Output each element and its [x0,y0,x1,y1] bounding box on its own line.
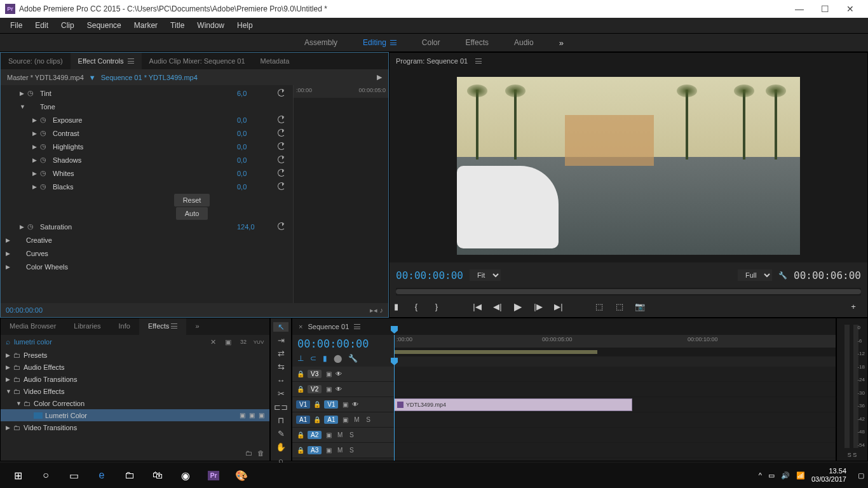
stopwatch-icon[interactable]: ◷ [40,129,50,137]
cortana-search-icon[interactable]: ○ [32,463,60,488]
workspace-assembly[interactable]: Assembly [304,38,337,47]
menu-title[interactable]: Title [164,18,191,32]
menu-clip[interactable]: Clip [55,18,81,32]
reset-icon[interactable] [278,129,285,137]
workspace-menu-icon[interactable] [390,40,397,45]
minimize-button[interactable]: — [787,0,812,18]
stopwatch-icon[interactable]: ◷ [40,156,50,164]
snap-icon[interactable]: ⊥ [297,354,304,363]
delete-icon[interactable]: 🗑 [257,449,264,457]
ripple-edit-tool[interactable]: ⇄ [273,349,288,358]
menu-sequence[interactable]: Sequence [81,18,128,32]
extract-icon[interactable]: ⬚ [613,302,626,311]
paint-icon[interactable]: 🎨 [227,463,255,488]
value-input[interactable]: 0,0 [237,130,275,137]
track-a3[interactable]: 🔒A3▣MS [292,443,394,458]
ec-footer-icon[interactable]: ▸◂ ♪ [370,306,383,315]
program-timecode-left[interactable]: 00:00:00:00 [396,269,463,281]
32bit-icon[interactable]: 32 [238,339,249,345]
settings-icon[interactable]: ⬤ [334,354,342,363]
tree-item-audio-transitions[interactable]: ▶🗀Audio Transitions [1,373,269,385]
sequence-clip-label[interactable]: Sequence 01 * YDTL3499.mp4 [101,74,198,81]
tab-effects[interactable]: Effects [139,318,187,335]
effect-controls-timeline[interactable]: :00:0000:00:05:0 [293,85,388,303]
tray-expand-icon[interactable]: ^ [759,471,762,479]
timeline-timecode[interactable]: 00:00:00:00 [297,337,389,350]
saturation-value[interactable]: 124,0 [237,223,275,231]
track-v2[interactable]: 🔒V2▣👁 [292,382,394,397]
menu-help[interactable]: Help [231,18,259,32]
yuv-icon[interactable]: YUV [253,339,264,345]
edge-icon[interactable]: e [88,463,116,488]
panel-menu-icon[interactable] [128,58,134,64]
track-a2[interactable]: 🔒A2▣MS [292,428,394,443]
tab-source[interactable]: Source: (no clips) [1,53,71,69]
workspace-audio[interactable]: Audio [514,38,534,47]
reset-icon[interactable] [278,142,285,150]
stopwatch-icon[interactable]: ◷ [40,169,50,177]
property-tint[interactable]: ▶◷Tint6,0 [1,86,293,100]
close-button[interactable]: ✕ [837,0,863,18]
notifications-icon[interactable]: ▢ [858,471,864,480]
property-exposure[interactable]: ▶◷Exposure0,0 [1,113,293,126]
timeline-tracks[interactable]: YDTL3499.mp4 [394,367,836,461]
reset-icon[interactable] [278,222,285,230]
reset-icon[interactable] [278,89,285,97]
razor-tool[interactable]: ✂ [273,389,288,398]
workspace-editing[interactable]: Editing [363,38,397,47]
battery-icon[interactable]: ▭ [768,471,775,480]
timeline-menu-icon[interactable] [354,324,360,329]
tree-item-video-effects[interactable]: ▼🗀Video Effects [1,385,269,397]
pen-tool[interactable]: ✎ [273,429,288,438]
property-whites[interactable]: ▶◷Whites0,0 [1,166,293,180]
property-highlights[interactable]: ▶◷Highlights0,0 [1,140,293,153]
reset-icon[interactable] [278,156,285,163]
timeline-work-area[interactable] [394,348,836,356]
tab-effect-controls[interactable]: Effect Controls [71,53,142,69]
step-forward-icon[interactable]: |▶ [532,302,545,311]
go-to-in-icon[interactable]: |◀ [471,302,484,311]
fit-dropdown[interactable]: Fit [470,269,501,281]
marker-icon[interactable]: ▮ [390,302,402,311]
value-input[interactable]: 6,0 [237,90,275,97]
stopwatch-icon[interactable]: ◷ [27,89,37,97]
track-v3[interactable]: 🔒V3▣👁 [292,367,394,382]
program-title[interactable]: Program: Sequence 01 [396,57,468,65]
reset-icon[interactable] [278,116,285,123]
tab-media-browser[interactable]: Media Browser [1,318,65,335]
tree-item-presets[interactable]: ▶🗀Presets [1,349,269,361]
section-curves[interactable]: ▶Curves [1,247,293,260]
settings-wrench-icon[interactable]: 🔧 [778,271,787,280]
selection-tool[interactable]: ↖ [273,322,288,332]
clear-search-icon[interactable]: ✕ [207,338,219,346]
reset-icon[interactable] [278,182,285,190]
tree-item-color-correction[interactable]: ▼🗀Color Correction [1,397,269,409]
workspace-overflow[interactable]: » [559,38,564,48]
track-select-tool[interactable]: ⇥ [273,336,288,345]
ec-timecode[interactable]: 00:00:00:00 [6,306,43,314]
workspace-effects[interactable]: Effects [466,38,489,47]
lift-icon[interactable]: ⬚ [593,302,606,311]
track-a1[interactable]: A1🔒A1▣MS [292,412,394,428]
maximize-button[interactable]: ☐ [812,0,837,18]
program-menu-icon[interactable] [475,58,482,64]
reset-icon[interactable] [278,169,285,177]
menu-marker[interactable]: Marker [128,18,164,32]
reset-button[interactable]: Reset [174,194,210,207]
rolling-edit-tool[interactable]: ⇆ [273,362,288,372]
step-back-icon[interactable]: ◀| [491,302,504,311]
track-playhead[interactable] [394,367,395,461]
property-contrast[interactable]: ▶◷Contrast0,0 [1,126,293,140]
slide-tool[interactable]: ⊓ [273,416,288,425]
value-input[interactable]: 0,0 [237,183,275,191]
effects-search-input[interactable] [14,338,203,346]
stopwatch-icon[interactable]: ◷ [40,182,50,191]
stopwatch-icon[interactable]: ◷ [40,142,50,151]
stopwatch-icon[interactable]: ◷ [40,116,50,124]
wifi-icon[interactable]: 📶 [796,471,805,480]
timeline-sequence-tab[interactable]: Sequence 01 [308,323,349,330]
system-clock[interactable]: 13.54 03/03/2017 [811,467,851,484]
tab-libraries[interactable]: Libraries [65,318,109,335]
tab-audio-mixer[interactable]: Audio Clip Mixer: Sequence 01 [142,53,253,69]
tab-metadata[interactable]: Metadata [253,53,297,69]
